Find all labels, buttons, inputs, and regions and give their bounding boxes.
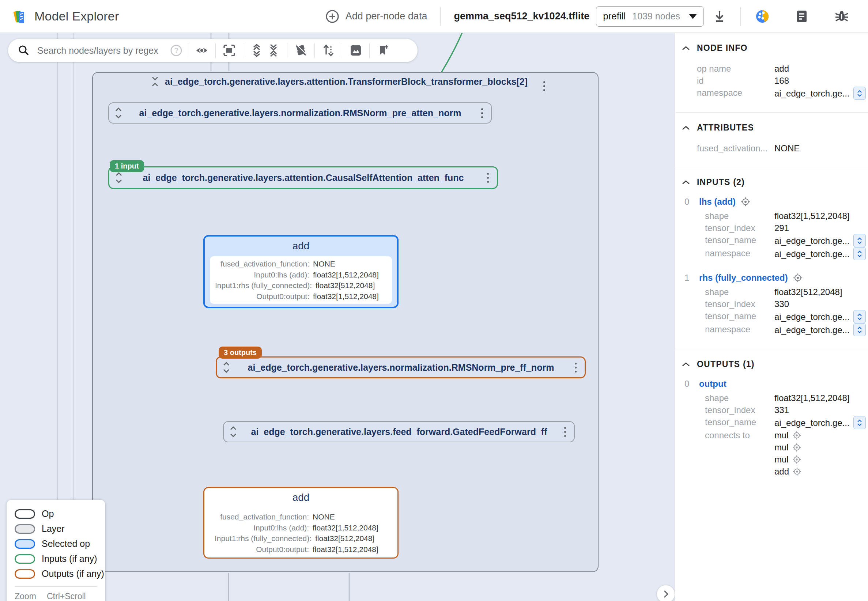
add-per-node-data-button[interactable]: Add per-node data [325, 9, 427, 24]
header-divider-2 [740, 7, 741, 26]
document-list-icon [794, 9, 810, 24]
report-bug-button[interactable] [834, 8, 850, 24]
node-menu-button[interactable] [572, 361, 580, 374]
graph-canvas[interactable]: float32[1,512,2048] ? [0, 33, 674, 601]
locate-node-icon[interactable] [793, 467, 801, 476]
svg-text:?: ? [174, 46, 178, 55]
legend-label: Selected op [42, 538, 90, 549]
locate-node-icon[interactable] [792, 455, 801, 464]
section-outputs: OUTPUTS (1) 0 output shapefloat32[1,512,… [675, 349, 868, 490]
bookmark-add-button[interactable] [375, 42, 392, 59]
node-rmsnorm-pre-ff[interactable]: ai_edge_torch.generative.layers.normaliz… [216, 357, 586, 378]
legend-swatch-inputs [15, 554, 35, 564]
toggle-visibility-button[interactable] [194, 42, 210, 59]
locate-node-icon[interactable] [793, 273, 802, 282]
info-label: id [697, 75, 774, 87]
expand-node-icon[interactable] [115, 107, 122, 119]
collapse-layer-icon[interactable] [151, 76, 159, 87]
outputs-header[interactable]: OUTPUTS (1) [682, 359, 861, 369]
expand-node-icon[interactable] [223, 362, 230, 373]
graph-selector-dropdown[interactable]: prefill 1039 nodes [596, 6, 704, 27]
node-rmsnorm-pre-atten[interactable]: ai_edge_torch.generative.layers.normaliz… [108, 102, 492, 124]
info-label: namespace [697, 87, 774, 99]
op-node-add-selected[interactable]: add fused_activation_function:NONE Input… [203, 235, 398, 308]
attributes-header[interactable]: ATTRIBUTES [682, 123, 861, 133]
node-menu-button[interactable] [478, 107, 486, 119]
expand-node-icon[interactable] [115, 172, 122, 183]
top-bar: Model Explorer Add per-node data gemma_s… [0, 0, 868, 33]
expand-all-layers-button[interactable] [248, 42, 265, 59]
output-item-0: 0 output [682, 379, 861, 389]
download-button[interactable] [712, 9, 727, 24]
locate-node-icon[interactable] [792, 443, 801, 452]
meta-value: 330 [774, 298, 789, 310]
meta-label: shape [705, 286, 774, 298]
legend-label: Outputs (if any) [42, 569, 104, 579]
meta-value: 331 [774, 404, 789, 416]
layer-title: ai_edge_torch.generative.layers.attentio… [165, 76, 528, 87]
inputs-header[interactable]: INPUTS (2) [682, 177, 861, 187]
flatten-layers-icon [294, 44, 308, 57]
meta-value: ai_edge_torch.ge... [774, 311, 850, 323]
legend-swatch-outputs [15, 569, 35, 579]
legend-label: Layer [42, 523, 65, 534]
info-value: add [774, 63, 789, 75]
swap-vertical-icon [322, 44, 335, 57]
op-attributes-card: fused_activation_function:NONE Input0:lh… [210, 256, 392, 304]
theme-palette-button[interactable] [754, 8, 771, 25]
locate-node-icon[interactable] [741, 197, 750, 207]
expand-text-button[interactable] [853, 87, 866, 100]
bookmark-add-icon [377, 44, 390, 57]
node-menu-button[interactable] [484, 171, 492, 184]
collapse-all-layers-button[interactable] [265, 42, 282, 59]
node-title: ai_edge_torch.generative.layers.normaliz… [122, 108, 478, 119]
chevron-up-icon [682, 46, 690, 51]
fit-screen-icon [223, 44, 236, 57]
node-title: ai_edge_torch.generative.layers.normaliz… [230, 362, 572, 373]
vertical-layout-button[interactable] [320, 42, 337, 59]
expand-text-button[interactable] [853, 247, 866, 260]
legend-swatch-layer [15, 524, 35, 534]
section-inputs: INPUTS (2) 0 lhs (add) shapefloat32[1,51… [675, 167, 868, 349]
attr-value: float32[512,2048] [315, 533, 374, 544]
node-info-header[interactable]: NODE INFO [682, 43, 861, 53]
attr-value: float32[1,512,2048] [313, 544, 378, 555]
node-causal-self-attention[interactable]: ai_edge_torch.generative.layers.attentio… [108, 166, 498, 189]
attr-label: fused_activation... [697, 142, 774, 154]
layer-menu-button[interactable] [540, 80, 548, 93]
node-title: ai_edge_torch.generative.layers.attentio… [122, 172, 484, 183]
search-icon [18, 44, 30, 56]
expand-node-icon[interactable] [230, 426, 237, 438]
locate-node-icon[interactable] [792, 431, 801, 440]
meta-value: ai_edge_torch.ge... [774, 235, 850, 247]
meta-value: float32[512,2048] [774, 286, 842, 298]
input-count-badge: 1 input [110, 160, 144, 172]
meta-value: float32[1,512,2048] [774, 210, 850, 222]
expand-panel-button[interactable] [657, 585, 674, 601]
search-help-icon[interactable]: ? [170, 44, 183, 57]
expand-text-button[interactable] [853, 310, 866, 323]
search-input[interactable] [37, 45, 170, 56]
info-value: ai_edge_torch.ge... [774, 87, 850, 99]
meta-value: ai_edge_torch.ge... [774, 417, 850, 429]
attr-label: Input0:lhs (add): [215, 522, 313, 533]
flatten-layers-button[interactable] [293, 42, 309, 59]
section-title: INPUTS (2) [697, 177, 745, 187]
node-menu-button[interactable] [561, 426, 569, 438]
meta-label: tensor_index [705, 222, 774, 234]
export-image-button[interactable] [347, 42, 364, 59]
graph-selector-value: prefill [603, 11, 625, 22]
expand-text-button[interactable] [853, 323, 866, 336]
settings-json-button[interactable] [794, 9, 810, 24]
expand-text-button[interactable] [853, 416, 866, 429]
expand-text-button[interactable] [853, 234, 866, 247]
graph-legend: Op Layer Selected op Inputs (if any) Out… [6, 500, 105, 601]
node-gated-feed-forward[interactable]: ai_edge_torch.generative.layers.feed_for… [223, 421, 575, 442]
input-item-1: 1 rhs (fully_connected) [682, 273, 861, 283]
meta-label: tensor_index [705, 298, 774, 310]
op-title: add [205, 240, 397, 252]
op-node-add-bottom[interactable]: add fused_activation_function:NONE Input… [203, 487, 398, 558]
fit-to-screen-button[interactable] [221, 42, 238, 59]
legend-label: Inputs (if any) [42, 554, 97, 564]
bug-icon [834, 8, 850, 24]
